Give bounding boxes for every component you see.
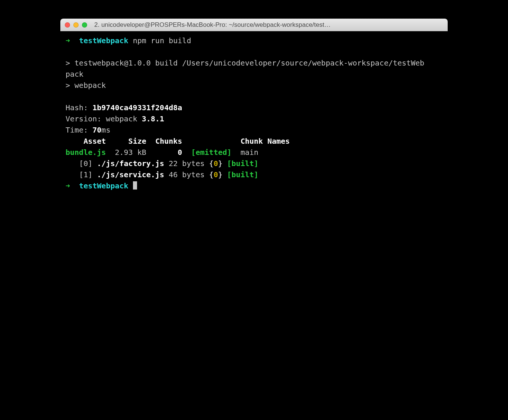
close-icon[interactable] [65,22,70,28]
th-chunks: Chunks [155,137,182,146]
npm-header-1: > testwebpack@1.0.0 build /Users/unicode… [66,58,424,67]
hash-label: Hash: [66,103,92,112]
asset-name: bundle.js [66,148,106,157]
time-unit: ms [101,125,110,134]
mod-size: 22 bytes [169,159,204,168]
prompt-command: npm run build [133,36,191,45]
npm-header-1b: pack [66,70,83,79]
asset-size: 2.93 kB [115,148,146,157]
mod-idx: [1] [79,170,92,179]
mod-idx: [0] [79,159,92,168]
brace: } [218,170,222,179]
version-label: Version: webpack [66,114,142,123]
asset-flag: [emitted] [191,148,231,157]
time-value: 70 [92,125,101,134]
mod-path: ./js/factory.js [97,159,164,168]
terminal-window: 2. unicodeveloper@PROSPERs-MacBook-Pro: … [60,19,448,374]
mod-flag: [built] [227,170,258,179]
window-title: 2. unicodeveloper@PROSPERs-MacBook-Pro: … [91,21,443,29]
prompt-arrow: ➜ [66,36,70,45]
prompt-arrow: ➜ [66,181,70,190]
zoom-icon[interactable] [82,22,87,28]
th-chunknames: Chunk Names [241,137,290,146]
minimize-icon[interactable] [73,22,79,28]
asset-chunk: 0 [178,148,182,157]
mod-path: ./js/service.js [97,170,164,179]
mod-flag: [built] [227,159,258,168]
mod-chunk: 0 [213,170,218,179]
time-label: Time: [66,125,92,134]
npm-header-2: > webpack [66,81,106,90]
titlebar[interactable]: 2. unicodeveloper@PROSPERs-MacBook-Pro: … [60,19,448,31]
mod-size: 46 bytes [169,170,204,179]
brace: { [209,170,213,179]
th-size: Size [128,137,146,146]
brace: { [209,159,213,168]
hash-value: 1b9740ca49331f204d8a [92,103,182,112]
asset-chunkname: main [241,148,258,157]
terminal-body[interactable]: ➜ testWebpack npm run build > testwebpac… [60,31,448,374]
cursor [133,181,137,190]
prompt-dir: testWebpack [79,36,128,45]
brace: } [218,159,222,168]
prompt-dir: testWebpack [79,181,128,190]
version-value: 3.8.1 [142,114,164,123]
mod-chunk: 0 [213,159,218,168]
th-asset: Asset [83,137,106,146]
